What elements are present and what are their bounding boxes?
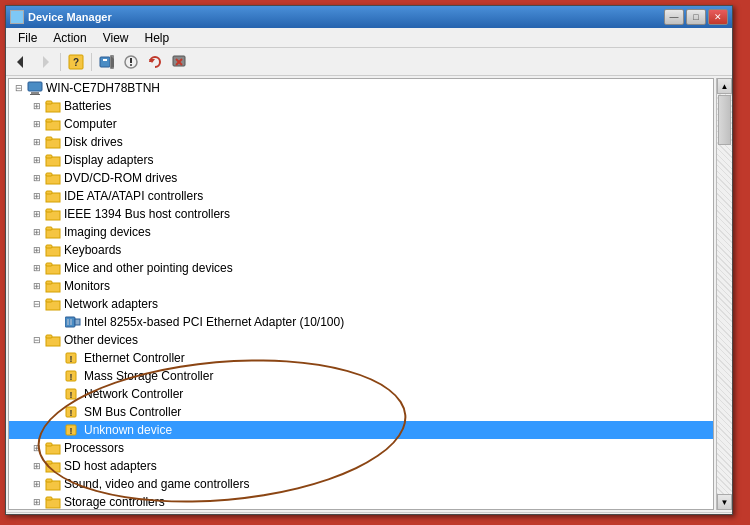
refresh-button[interactable] <box>144 51 166 73</box>
properties-button[interactable] <box>120 51 142 73</box>
expand-icon-ieee[interactable]: ⊞ <box>29 206 45 222</box>
tree-item-storage[interactable]: ⊞ Storage controllers <box>9 493 713 510</box>
expand-icon-storage[interactable]: ⊞ <box>29 494 45 510</box>
folder-icon-monitors <box>45 278 61 294</box>
svg-rect-22 <box>46 137 52 140</box>
scroll-track <box>717 94 732 494</box>
svg-rect-62 <box>46 479 52 482</box>
tree-item-batteries[interactable]: ⊞ Batteries <box>9 97 713 115</box>
tree-item-monitors[interactable]: ⊞ Monitors <box>9 277 713 295</box>
svg-rect-30 <box>46 209 52 212</box>
menu-action[interactable]: Action <box>45 29 94 47</box>
scroll-down-button[interactable]: ▼ <box>717 494 732 510</box>
tree-item-diskdrives[interactable]: ⊞ Disk drives <box>9 133 713 151</box>
warning-icon-smbus: ! <box>65 404 81 420</box>
expand-icon-display[interactable]: ⊞ <box>29 152 45 168</box>
device-tree[interactable]: ⊟ WIN-CE7DH78BTNH ⊞ Batteries <box>8 78 714 510</box>
expand-icon-other[interactable]: ⊟ <box>29 332 45 348</box>
computer-label: Computer <box>64 117 117 131</box>
tree-item-computer[interactable]: ⊞ Computer <box>9 115 713 133</box>
folder-icon-storage <box>45 494 61 510</box>
expand-icon-imaging[interactable]: ⊞ <box>29 224 45 240</box>
svg-rect-32 <box>46 227 52 230</box>
expand-icon-network[interactable]: ⊟ <box>29 296 45 312</box>
display-label: Display adapters <box>64 153 153 167</box>
maximize-button[interactable]: □ <box>686 9 706 25</box>
expand-icon-keyboards[interactable]: ⊞ <box>29 242 45 258</box>
menu-bar: File Action View Help <box>6 28 732 48</box>
intel-label: Intel 8255x-based PCI Ethernet Adapter (… <box>84 315 344 329</box>
tree-item-keyboards[interactable]: ⊞ Keyboards <box>9 241 713 259</box>
warning-icon-massstorage: ! <box>65 368 81 384</box>
svg-rect-34 <box>46 245 52 248</box>
close-button[interactable]: ✕ <box>708 9 728 25</box>
menu-help[interactable]: Help <box>137 29 178 47</box>
menu-file[interactable]: File <box>10 29 45 47</box>
ethernet-label: Ethernet Controller <box>84 351 185 365</box>
expand-icon-diskdrives[interactable]: ⊞ <box>29 134 45 150</box>
svg-rect-14 <box>28 82 42 91</box>
help-button[interactable]: ? <box>65 51 87 73</box>
expand-icon-root[interactable]: ⊟ <box>11 80 27 96</box>
window-title: Device Manager <box>28 11 112 23</box>
tree-item-other[interactable]: ⊟ Other devices <box>9 331 713 349</box>
computer-icon <box>27 80 43 96</box>
device-manager-window: Device Manager — □ ✕ File Action View He… <box>5 5 733 515</box>
menu-view[interactable]: View <box>95 29 137 47</box>
expand-icon-ide[interactable]: ⊞ <box>29 188 45 204</box>
folder-icon-dvd <box>45 170 61 186</box>
tree-item-display[interactable]: ⊞ Display adapters <box>9 151 713 169</box>
folder-icon-network <box>45 296 61 312</box>
scroll-thumb[interactable] <box>718 95 731 145</box>
svg-rect-28 <box>46 191 52 194</box>
expand-icon-processors[interactable]: ⊞ <box>29 440 45 456</box>
tree-item-network[interactable]: ⊟ Network adapters <box>9 295 713 313</box>
svg-marker-1 <box>43 56 49 68</box>
svg-rect-42 <box>75 319 80 325</box>
expand-icon-sound[interactable]: ⊞ <box>29 476 45 492</box>
toolbar-separator-1 <box>60 53 61 71</box>
expand-icon-computer[interactable]: ⊞ <box>29 116 45 132</box>
forward-button[interactable] <box>34 51 56 73</box>
tree-item-unknown[interactable]: ⊞ ! Unknown device <box>9 421 713 439</box>
warning-icon-networkctrl: ! <box>65 386 81 402</box>
svg-text:?: ? <box>73 57 79 68</box>
scan-button[interactable] <box>96 51 118 73</box>
back-button[interactable] <box>10 51 32 73</box>
expand-icon-dvd[interactable]: ⊞ <box>29 170 45 186</box>
folder-icon-computer <box>45 116 61 132</box>
svg-text:!: ! <box>70 408 73 418</box>
minimize-button[interactable]: — <box>664 9 684 25</box>
tree-item-ide[interactable]: ⊞ IDE ATA/ATAPI controllers <box>9 187 713 205</box>
tree-item-sdhost[interactable]: ⊞ SD host adapters <box>9 457 713 475</box>
tree-item-sound[interactable]: ⊞ Sound, video and game controllers <box>9 475 713 493</box>
tree-item-dvd[interactable]: ⊞ DVD/CD-ROM drives <box>9 169 713 187</box>
sdhost-label: SD host adapters <box>64 459 157 473</box>
svg-rect-43 <box>67 319 69 325</box>
svg-rect-24 <box>46 155 52 158</box>
tree-item-networkctrl[interactable]: ⊞ ! Network Controller <box>9 385 713 403</box>
svg-rect-58 <box>46 443 52 446</box>
expand-icon-monitors[interactable]: ⊞ <box>29 278 45 294</box>
tree-item-ethernet[interactable]: ⊞ ! Ethernet Controller <box>9 349 713 367</box>
expand-icon-batteries[interactable]: ⊞ <box>29 98 45 114</box>
tree-item-processors[interactable]: ⊞ Processors <box>9 439 713 457</box>
tree-item-smbus[interactable]: ⊞ ! SM Bus Controller <box>9 403 713 421</box>
tree-item-intel[interactable]: ⊞ Intel 8255x-based PCI Ethernet Adapter… <box>9 313 713 331</box>
folder-icon-diskdrives <box>45 134 61 150</box>
expand-icon-mice[interactable]: ⊞ <box>29 260 45 276</box>
tree-item-ieee[interactable]: ⊞ IEEE 1394 Bus host controllers <box>9 205 713 223</box>
uninstall-button[interactable] <box>168 51 190 73</box>
tree-item-mice[interactable]: ⊞ Mice and other pointing devices <box>9 259 713 277</box>
expand-icon-sdhost[interactable]: ⊞ <box>29 458 45 474</box>
svg-rect-15 <box>31 92 39 94</box>
tree-item-massstorage[interactable]: ⊞ ! Mass Storage Controller <box>9 367 713 385</box>
scrollbar[interactable]: ▲ ▼ <box>716 78 732 510</box>
scroll-up-button[interactable]: ▲ <box>717 78 732 94</box>
unknown-label: Unknown device <box>84 423 172 437</box>
folder-icon-ide <box>45 188 61 204</box>
tree-item-root[interactable]: ⊟ WIN-CE7DH78BTNH <box>9 79 713 97</box>
folder-icon-mice <box>45 260 61 276</box>
tree-item-imaging[interactable]: ⊞ Imaging devices <box>9 223 713 241</box>
root-label: WIN-CE7DH78BTNH <box>46 81 160 95</box>
